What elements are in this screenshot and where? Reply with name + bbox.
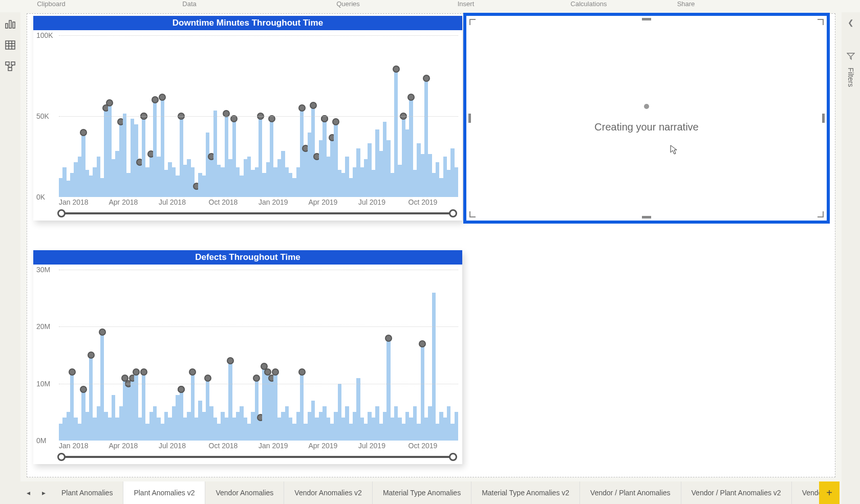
data-bar[interactable] bbox=[115, 418, 119, 441]
data-bar[interactable] bbox=[221, 412, 224, 441]
data-bar[interactable] bbox=[300, 108, 304, 197]
data-bar[interactable] bbox=[436, 424, 439, 441]
resize-handle-left[interactable] bbox=[468, 114, 471, 123]
data-bar[interactable] bbox=[236, 167, 240, 197]
data-bar[interactable] bbox=[322, 119, 326, 197]
anomaly-marker-icon[interactable] bbox=[80, 129, 87, 136]
data-bar[interactable] bbox=[304, 148, 307, 197]
data-bar[interactable] bbox=[244, 159, 247, 197]
data-bar[interactable] bbox=[368, 143, 371, 197]
page-tab[interactable]: Vendor Anomalies v2 bbox=[284, 481, 373, 504]
data-bar[interactable] bbox=[300, 372, 304, 441]
data-bar[interactable] bbox=[327, 418, 330, 441]
anomaly-marker-icon[interactable] bbox=[106, 99, 113, 106]
data-bar[interactable] bbox=[266, 162, 270, 197]
data-bar[interactable] bbox=[447, 170, 450, 197]
data-bar[interactable] bbox=[319, 140, 322, 197]
slider-handle-left[interactable] bbox=[57, 209, 66, 217]
data-bar[interactable] bbox=[161, 97, 164, 197]
data-bar[interactable] bbox=[213, 418, 217, 441]
defects-chart[interactable]: Defects Throughout Time Jan 2018Apr 2018… bbox=[33, 250, 462, 464]
anomaly-marker-icon[interactable] bbox=[204, 375, 211, 382]
data-bar[interactable] bbox=[315, 418, 318, 441]
resize-handle-br[interactable] bbox=[818, 211, 824, 217]
data-bar[interactable] bbox=[67, 412, 70, 441]
data-bar[interactable] bbox=[123, 378, 126, 441]
data-bar[interactable] bbox=[383, 412, 386, 441]
data-bar[interactable] bbox=[273, 167, 277, 197]
downtime-minutes-chart[interactable]: Downtime Minutes Throughout Time Jan 201… bbox=[33, 16, 462, 221]
data-bar[interactable] bbox=[296, 412, 300, 441]
data-bar[interactable] bbox=[439, 412, 443, 441]
data-bar[interactable] bbox=[202, 412, 206, 441]
data-bar[interactable] bbox=[360, 418, 364, 441]
data-bar[interactable] bbox=[157, 418, 160, 441]
data-bar[interactable] bbox=[195, 418, 198, 441]
data-bar[interactable] bbox=[247, 424, 251, 441]
data-bar[interactable] bbox=[70, 372, 74, 441]
data-bar[interactable] bbox=[281, 412, 285, 441]
data-bar[interactable] bbox=[273, 372, 277, 441]
anomaly-marker-icon[interactable] bbox=[298, 368, 306, 376]
data-bar[interactable] bbox=[304, 424, 307, 441]
data-bar[interactable] bbox=[138, 162, 142, 197]
data-bar[interactable] bbox=[85, 412, 89, 441]
anomaly-marker-icon[interactable] bbox=[227, 357, 234, 364]
data-bar[interactable] bbox=[157, 157, 160, 197]
anomaly-marker-icon[interactable] bbox=[133, 368, 140, 376]
data-bar[interactable] bbox=[308, 133, 311, 197]
data-bar[interactable] bbox=[327, 157, 330, 197]
data-bar[interactable] bbox=[74, 162, 77, 197]
data-bar[interactable] bbox=[126, 173, 130, 197]
data-bar[interactable] bbox=[266, 372, 270, 441]
data-bar[interactable] bbox=[168, 418, 171, 441]
tabs-scroll-right-button[interactable]: ▸ bbox=[36, 481, 51, 504]
data-bar[interactable] bbox=[428, 406, 432, 441]
data-bar[interactable] bbox=[176, 176, 179, 197]
data-bar[interactable] bbox=[195, 186, 198, 197]
data-bar[interactable] bbox=[232, 418, 236, 441]
data-bar[interactable] bbox=[70, 173, 74, 197]
data-bar[interactable] bbox=[153, 406, 157, 441]
data-bar[interactable] bbox=[78, 424, 81, 441]
data-bar[interactable] bbox=[145, 167, 149, 197]
data-bar[interactable] bbox=[119, 406, 123, 441]
data-bar[interactable] bbox=[176, 395, 179, 441]
anomaly-marker-icon[interactable] bbox=[407, 94, 415, 101]
report-canvas[interactable]: Downtime Minutes Throughout Time Jan 201… bbox=[27, 13, 835, 477]
data-bar[interactable] bbox=[93, 167, 96, 197]
data-bar[interactable] bbox=[259, 116, 262, 197]
data-bar[interactable] bbox=[206, 133, 209, 197]
data-bar[interactable] bbox=[277, 418, 281, 441]
anomaly-marker-icon[interactable] bbox=[88, 352, 95, 359]
data-bar[interactable] bbox=[443, 418, 447, 441]
data-bar[interactable] bbox=[251, 170, 254, 197]
data-bar[interactable] bbox=[334, 412, 337, 441]
anomaly-marker-icon[interactable] bbox=[393, 65, 400, 73]
smart-narrative-visual[interactable]: Creating your narrative bbox=[463, 13, 830, 224]
model-view-icon[interactable] bbox=[4, 60, 16, 73]
data-bar[interactable] bbox=[180, 389, 183, 441]
data-bar[interactable] bbox=[447, 406, 450, 441]
data-bar[interactable] bbox=[262, 366, 266, 441]
data-bar[interactable] bbox=[62, 167, 66, 197]
data-bar[interactable] bbox=[108, 103, 112, 197]
anomaly-marker-icon[interactable] bbox=[99, 328, 106, 336]
anomaly-marker-icon[interactable] bbox=[140, 368, 147, 376]
data-bar[interactable] bbox=[93, 418, 96, 441]
time-range-slider[interactable] bbox=[61, 212, 453, 214]
filters-pane-collapsed[interactable]: ❮ Filters bbox=[842, 12, 860, 504]
data-bar[interactable] bbox=[126, 384, 130, 441]
data-bar[interactable] bbox=[262, 173, 266, 197]
anomaly-marker-icon[interactable] bbox=[80, 386, 87, 393]
data-bar[interactable] bbox=[213, 111, 217, 197]
data-bar[interactable] bbox=[85, 170, 89, 197]
report-view-icon[interactable] bbox=[4, 17, 16, 30]
data-bar[interactable] bbox=[413, 406, 417, 441]
data-bar[interactable] bbox=[240, 176, 243, 197]
data-bar[interactable] bbox=[149, 412, 153, 441]
data-bar[interactable] bbox=[142, 116, 145, 197]
data-bar[interactable] bbox=[417, 143, 420, 197]
data-bar[interactable] bbox=[217, 165, 221, 197]
data-bar[interactable] bbox=[134, 372, 138, 441]
